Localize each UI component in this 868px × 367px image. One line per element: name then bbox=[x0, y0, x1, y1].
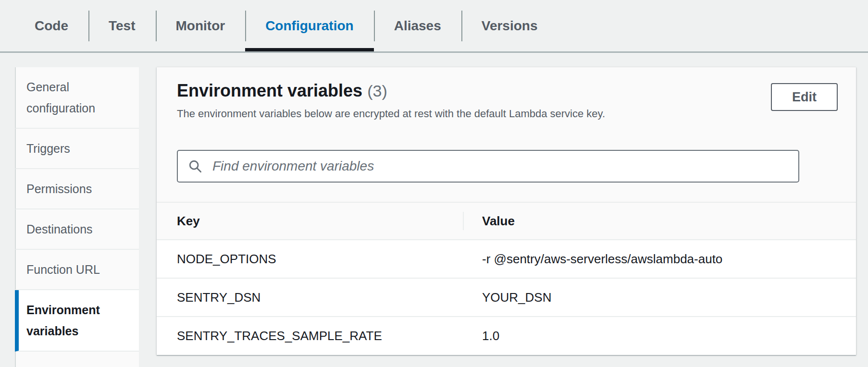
search-container bbox=[177, 150, 836, 183]
variable-count-badge: (3) bbox=[367, 82, 387, 100]
sidebar-item-tags[interactable]: Tags bbox=[15, 352, 139, 367]
panel-description: The environment variables below are encr… bbox=[177, 107, 838, 121]
panel-title-text: Environment variables bbox=[177, 81, 362, 100]
tab-monitor[interactable]: Monitor bbox=[156, 0, 246, 51]
search-input[interactable] bbox=[177, 150, 799, 183]
environment-variables-table: Key Value NODE_OPTIONS -r @sentry/aws-se… bbox=[157, 202, 856, 355]
column-header-key: Key bbox=[157, 214, 463, 229]
env-var-value: -r @sentry/aws-serverless/awslambda-auto bbox=[463, 252, 856, 267]
sidebar-item-general-configuration[interactable]: General configuration bbox=[15, 67, 139, 129]
table-row: SENTRY_DSN YOUR_DSN bbox=[157, 279, 856, 317]
sidebar-item-triggers[interactable]: Triggers bbox=[15, 129, 139, 169]
sidebar-item-function-url[interactable]: Function URL bbox=[15, 250, 139, 290]
env-var-value: 1.0 bbox=[463, 329, 856, 343]
table-row: SENTRY_TRACES_SAMPLE_RATE 1.0 bbox=[157, 317, 856, 355]
edit-button[interactable]: Edit bbox=[771, 83, 838, 111]
configuration-sidenav: General configuration Triggers Permissio… bbox=[15, 67, 139, 367]
table-header-row: Key Value bbox=[157, 202, 856, 240]
environment-variables-panel: Environment variables (3) Edit The envir… bbox=[157, 67, 856, 355]
env-var-value: YOUR_DSN bbox=[463, 290, 856, 305]
sidebar-item-destinations[interactable]: Destinations bbox=[15, 209, 139, 250]
env-var-key: SENTRY_TRACES_SAMPLE_RATE bbox=[157, 329, 463, 343]
env-var-key: NODE_OPTIONS bbox=[157, 252, 463, 267]
sidebar-item-permissions[interactable]: Permissions bbox=[15, 169, 139, 209]
table-row: NODE_OPTIONS -r @sentry/aws-serverless/a… bbox=[157, 240, 856, 279]
search-icon bbox=[188, 159, 202, 173]
panel-title: Environment variables (3) bbox=[177, 80, 387, 102]
column-header-value: Value bbox=[463, 214, 856, 229]
tab-configuration[interactable]: Configuration bbox=[245, 0, 374, 51]
function-tab-bar: Code Test Monitor Configuration Aliases … bbox=[0, 0, 868, 53]
sidebar-item-environment-variables[interactable]: Environment variables bbox=[15, 290, 139, 352]
panel-header: Environment variables (3) Edit The envir… bbox=[157, 67, 856, 121]
tab-versions[interactable]: Versions bbox=[461, 0, 558, 51]
tab-code[interactable]: Code bbox=[14, 0, 88, 51]
configuration-content: General configuration Triggers Permissio… bbox=[0, 53, 868, 367]
env-var-key: SENTRY_DSN bbox=[157, 290, 463, 305]
tab-test[interactable]: Test bbox=[88, 0, 156, 51]
tab-aliases[interactable]: Aliases bbox=[374, 0, 461, 51]
